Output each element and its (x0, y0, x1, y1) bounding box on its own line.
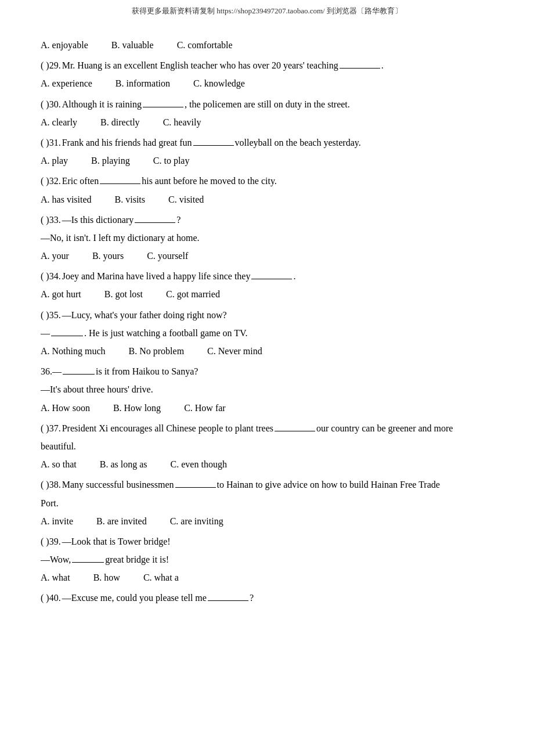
dash-text-after: great bridge it is! (105, 552, 169, 567)
option-item: A. got hurt (41, 286, 81, 302)
option-item: A. has visited (41, 192, 92, 207)
option-item: C. yourself (147, 248, 188, 264)
dash-text-after: . He is just watching a football game on… (84, 325, 248, 341)
option-item: B. how (93, 570, 120, 585)
q31_options-options: A. playB. playingC. to play (41, 153, 493, 168)
option-item: B. valuable (111, 37, 154, 53)
q33: ( )33. —Is this dictionary? (41, 212, 493, 228)
question-blank (63, 364, 95, 375)
question-text-before: President Xi encourages all Chinese peop… (62, 420, 273, 436)
question-blank (340, 58, 380, 69)
question-text-after: his aunt before he moved to the city. (142, 173, 277, 189)
option-item: B. visits (115, 192, 145, 207)
q35_options-options: A. Nothing muchB. No problemC. Never min… (41, 343, 493, 359)
question-text-after: volleyball on the beach yesterday. (235, 135, 361, 150)
q39_options-options: A. whatB. howC. what a (41, 570, 493, 585)
option-item: C. heavily (163, 114, 201, 130)
question-blank (143, 97, 183, 107)
option-item: B. yours (92, 248, 124, 264)
question-text-before: Eric often (62, 173, 99, 189)
option-item: C. knowledge (193, 75, 245, 91)
question-text-after: ? (250, 590, 254, 606)
question-text-after: . (293, 268, 295, 284)
q31: ( )31. Frank and his friends had great f… (41, 135, 493, 150)
question-paren: ( )40. (41, 590, 61, 606)
question-text-before: 36.— (41, 363, 62, 379)
q29: ( )29. Mr. Huang is an excellent English… (41, 57, 493, 73)
option-item: C. got married (166, 286, 220, 302)
option-item: B. No problem (129, 343, 185, 359)
q28_options-options: A. enjoyableB. valuableC. comfortable (41, 37, 493, 53)
q37: ( )37. President Xi encourages all Chine… (41, 420, 493, 436)
question-text-before: —Is this dictionary (62, 212, 134, 228)
option-item: C. comfortable (177, 37, 233, 53)
question-paren: ( )29. (41, 57, 61, 73)
question-blank (208, 591, 248, 601)
option-item: A. clearly (41, 114, 77, 130)
q37_options-options: A. so thatB. as long asC. even though (41, 456, 493, 472)
question-text-after: , the policemen are still on duty in the… (185, 96, 350, 112)
q39: ( )39. —Look that is Tower bridge! (41, 534, 493, 549)
dash-blank (51, 326, 83, 336)
question-text-after: ? (176, 212, 181, 228)
question-text-before: Frank and his friends had great fun (62, 135, 192, 150)
q35: ( )35. —Lucy, what's your father doing r… (41, 307, 493, 323)
question-paren: ( )33. (41, 212, 61, 228)
option-item: B. got lost (104, 286, 143, 302)
option-item: C. How far (184, 400, 226, 416)
question-text-after: . (381, 57, 384, 73)
option-item: B. playing (91, 153, 130, 168)
q30_options-options: A. clearlyB. directlyC. heavily (41, 114, 493, 130)
option-item: A. what (41, 570, 70, 585)
question-paren: ( )30. (41, 96, 61, 112)
option-item: B. information (116, 75, 170, 91)
q36: 36.—is it from Haikou to Sanya? (41, 363, 493, 379)
q29_options-options: A. experienceB. informationC. knowledge (41, 75, 493, 91)
q39_answer: —Wow,great bridge it is! (41, 552, 493, 567)
header: 获得更多最新资料请复制 https://shop239497207.taobao… (0, 0, 534, 20)
q40: ( )40. —Excuse me, could you please tell… (41, 590, 493, 606)
main-content: A. enjoyableB. valuableC. comfortable( )… (0, 20, 534, 632)
option-item: C. visited (168, 192, 204, 207)
option-item: B. How long (113, 400, 161, 416)
question-text-before: —Look that is Tower bridge! (62, 534, 171, 549)
option-item: A. How soon (41, 400, 90, 416)
option-item: B. as long as (100, 456, 147, 472)
question-blank (100, 174, 140, 184)
question-text-before: —Excuse me, could you please tell me (62, 590, 207, 606)
q36_answer: —It's about three hours' drive. (41, 381, 493, 397)
option-item: A. so that (41, 456, 77, 472)
q32_options-options: A. has visitedB. visitsC. visited (41, 192, 493, 207)
q38_continuation: Port. (41, 495, 493, 511)
option-item: A. enjoyable (41, 37, 88, 53)
option-item: A. Nothing much (41, 343, 106, 359)
question-paren: ( )37. (41, 420, 61, 436)
q35_answer: —. He is just watching a football game o… (41, 325, 493, 341)
question-text-after: to Hainan to give advice on how to build… (217, 477, 440, 492)
q34: ( )34. Joey and Marina have lived a happ… (41, 268, 493, 284)
question-blank (251, 269, 292, 279)
question-text-before: Many successful businessmen (62, 477, 174, 492)
option-item: A. your (41, 248, 69, 264)
option-item: C. what a (143, 570, 179, 585)
question-blank (135, 213, 175, 223)
question-blank (175, 477, 216, 488)
question-text-before: Although it is raining (62, 96, 142, 112)
q36_options-options: A. How soonB. How longC. How far (41, 400, 493, 416)
option-item: C. even though (171, 456, 227, 472)
option-item: A. play (41, 153, 68, 168)
q38: ( )38. Many successful businessmento Hai… (41, 477, 493, 492)
question-text-before: Joey and Marina have lived a happy life … (62, 268, 251, 284)
question-blank (275, 421, 315, 431)
option-item: C. are inviting (170, 513, 223, 529)
q37_continuation: beautiful. (41, 438, 493, 454)
dash-text-before: — (41, 325, 50, 341)
dash-text-before: —Wow, (41, 552, 71, 567)
q32: ( )32. Eric oftenhis aunt before he move… (41, 173, 493, 189)
question-text-after: is it from Haikou to Sanya? (96, 363, 198, 379)
question-blank (193, 135, 234, 146)
option-item: A. experience (41, 75, 92, 91)
question-paren: ( )34. (41, 268, 61, 284)
q30: ( )30. Although it is raining, the polic… (41, 96, 493, 112)
option-item: C. to play (153, 153, 190, 168)
